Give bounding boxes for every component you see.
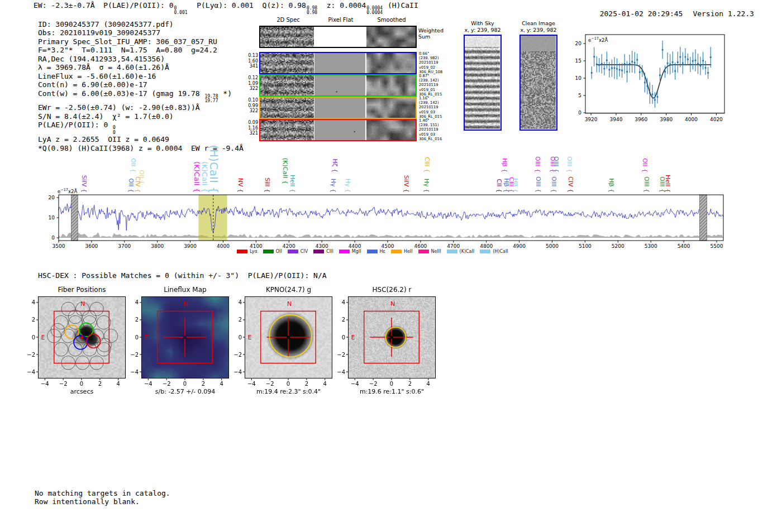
line-label: (K)CaII { [282, 158, 289, 184]
spec2d-row-strip [259, 74, 417, 97]
x-tick-label: 5500 [711, 243, 723, 249]
info-line: EWr = -2.50(±0.74) (w: -2.90(±0.83))Å [38, 103, 244, 112]
data-point [677, 61, 679, 63]
info-line: Cont(n) = 6.90(±0.00)e-17 [38, 80, 244, 89]
line-label: Hγ { [423, 179, 430, 193]
text-segment: EW: -2.3±-0.7Å P(LAE)/P(OII): 0 [34, 1, 173, 9]
legend-item: OII [263, 249, 282, 254]
highlight-band [198, 195, 227, 241]
legend-swatch [391, 250, 402, 253]
data-point [657, 96, 659, 98]
fit-curve [596, 65, 711, 98]
legend-swatch [288, 250, 298, 253]
info-line: Obs: 20210119v019_3090245377 [38, 28, 244, 37]
x-tick-label: 3900 [184, 243, 197, 249]
legend-label: HeII [404, 249, 413, 254]
legend-item: Lyα [237, 249, 258, 254]
y-tick-label: 20 [49, 195, 55, 200]
spec2d-row-annotation: 1.40"(239, 151)20210119v019_03306_RL_016 [419, 118, 458, 141]
annotation-line: 20210119 [419, 83, 458, 87]
annotation-line: v019_03 [419, 110, 458, 114]
text-segment: Obs: 20210119v019_3090245377 [38, 28, 160, 37]
line-label: OIII { [552, 156, 560, 172]
data-point [598, 64, 600, 66]
data-point [639, 71, 641, 73]
line-label: OIII { [534, 156, 541, 172]
data-point [664, 71, 666, 73]
x-tick-label: 4800 [480, 243, 493, 249]
footer-line-2: Row intentionally blank. [35, 497, 140, 506]
line-fit-zoom-plot: 39203940396039804000402005101520 [570, 31, 732, 126]
data-point [685, 56, 686, 58]
info-line: S/N = 8.4(±2.4) χ² = 1.7(±0.0) [38, 112, 244, 121]
weighted-sum-strip [259, 26, 417, 48]
left-value: 322 [239, 108, 258, 114]
line-label: CIII { [423, 157, 431, 172]
x-tick-label: 3700 [118, 243, 131, 249]
data-point [629, 63, 631, 65]
info-line: Primary Spec_Slot_IFU_AMP: 306_037_057_R… [38, 37, 244, 46]
data-point [687, 59, 689, 60]
legend-item: (H)CaII [480, 249, 508, 254]
stack-value: 0.001 [174, 11, 187, 15]
lineflux_map-image [127, 294, 233, 389]
kpno_g-title: KPNO(24.7) g [237, 286, 340, 294]
text-segment: Cont(w) = 6.00(±0.03)e-17 (gmag 19.78 [38, 89, 204, 98]
line-label: SiIV { [403, 175, 410, 193]
data-point [682, 63, 684, 64]
info-line: RA,Dec (194.412933,54.415356) [38, 55, 244, 63]
legend-label: MgII [352, 249, 361, 254]
data-point [659, 74, 661, 76]
line-label: OII { [641, 158, 649, 172]
spec2d-column-title: 2D Spec [263, 17, 313, 23]
weighted-sum-label-line: Sum [418, 33, 444, 40]
line-label: Hβ { [501, 158, 508, 172]
data-point [649, 92, 651, 94]
annotation-line: 0.66" [419, 51, 458, 56]
annotation-line: (239, 142) [419, 78, 458, 83]
text-segment: P(Lyα): 0.001 Q(z): 0.98 [188, 1, 306, 9]
stacked-fraction: 00 [113, 126, 116, 135]
data-point [692, 60, 694, 62]
line-label: SiIV { [80, 175, 88, 193]
data-point [695, 60, 697, 61]
x-tick-label: 5000 [546, 243, 559, 249]
legend-item: CIV [288, 249, 308, 254]
spec2d-image [260, 120, 416, 140]
data-point [626, 71, 628, 73]
fiber_positions-panel: Fiber Positionsarcsecs [23, 286, 132, 399]
legend-swatch [339, 250, 350, 253]
data-point [679, 56, 681, 58]
stack-value: 19.77 [204, 99, 218, 103]
hsc_r-title: HSC(26.2) r [340, 286, 444, 294]
info-line: Cont(w) = 6.00(±0.03)e-17 (gmag 19.78 19… [38, 89, 244, 104]
line-label: OIII { [550, 176, 557, 193]
legend-swatch [263, 250, 274, 253]
y-tick-label: 20 [575, 41, 582, 46]
left-value: 322 [239, 86, 258, 92]
annotation-line: 1.40" [419, 118, 458, 123]
x-tick-label: 4020 [710, 117, 723, 122]
data-point [593, 56, 595, 57]
with-sky-image [465, 36, 500, 129]
data-point [591, 72, 593, 74]
noise-floor [59, 232, 723, 238]
legend-swatch [480, 250, 490, 253]
spec2d-image [260, 53, 416, 73]
line-label: OIII { [566, 156, 573, 172]
spec2d-row-annotation: 0.66"(239, 982)20210119v019_02306_RU_108 [419, 51, 458, 74]
annotation-line: 20210119 [419, 60, 458, 65]
annotation-line: 0.87" [419, 74, 458, 78]
left-value: 0.10 [239, 98, 258, 103]
x-tick-label: 4900 [513, 243, 526, 249]
lineflux_map-xlabel: s/b: -2.57 +/- 0.094 [133, 388, 237, 395]
spec2d-row-left-values: 0.121.09322 [239, 75, 258, 92]
data-point [596, 64, 598, 65]
text-segment: RA,Dec (194.412933,54.415356) [38, 55, 165, 63]
data-point [644, 82, 646, 84]
legend-item: CIII [313, 249, 333, 254]
x-tick-label: 3600 [85, 243, 98, 249]
data-point [702, 60, 704, 61]
legend-label: (H)CaII [493, 249, 508, 254]
data-point [616, 68, 618, 70]
